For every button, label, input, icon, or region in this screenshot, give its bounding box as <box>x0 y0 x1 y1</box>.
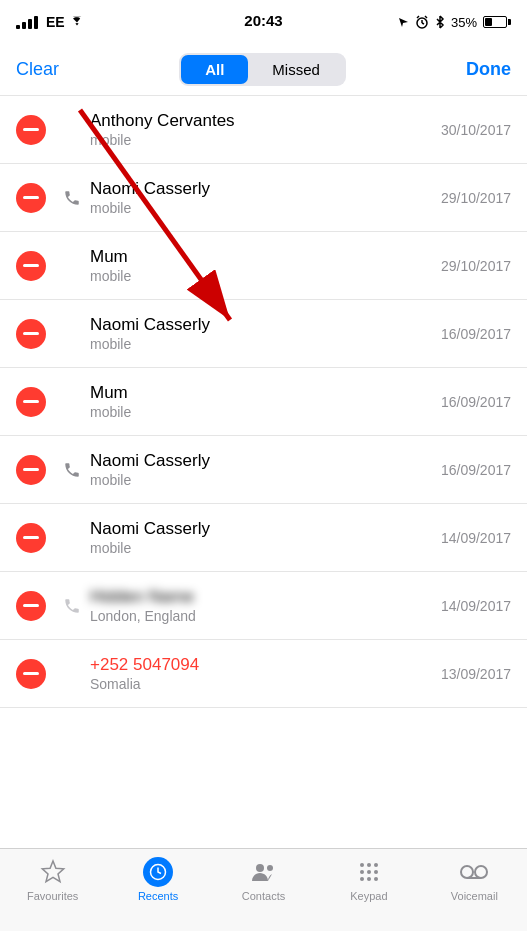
delete-button-5[interactable] <box>16 387 46 417</box>
minus-icon-4 <box>23 332 39 335</box>
star-icon <box>38 857 68 887</box>
signal-bars <box>16 16 38 29</box>
tab-keypad[interactable]: Keypad <box>316 857 421 902</box>
status-left: EE <box>16 14 85 30</box>
tab-voicemail[interactable]: Voicemail <box>422 857 527 902</box>
call-info-1: Anthony Cervantes mobile <box>90 111 433 148</box>
tab-contacts-label: Contacts <box>242 890 285 902</box>
call-type-5: mobile <box>90 404 433 420</box>
call-type-3: mobile <box>90 268 433 284</box>
voicemail-icon <box>459 857 489 887</box>
call-icon-area-6 <box>58 461 86 479</box>
call-item-6: Naomi Casserly mobile 16/09/2017 <box>0 436 527 504</box>
minus-icon-5 <box>23 400 39 403</box>
status-right: 35% <box>398 15 511 30</box>
call-item-7: Naomi Casserly mobile 14/09/2017 <box>0 504 527 572</box>
svg-point-14 <box>367 877 371 881</box>
tab-all[interactable]: All <box>181 55 248 84</box>
call-name-4: Naomi Casserly <box>90 315 433 335</box>
minus-icon-9 <box>23 672 39 675</box>
call-item-1: Anthony Cervantes mobile 30/10/2017 <box>0 96 527 164</box>
call-date-8: 14/09/2017 <box>441 598 511 614</box>
carrier-label: EE <box>46 14 65 30</box>
tab-voicemail-label: Voicemail <box>451 890 498 902</box>
phone-icon-6 <box>63 461 81 479</box>
tab-bar: Favourites Recents Contacts <box>0 848 527 931</box>
call-item-5: Mum mobile 16/09/2017 <box>0 368 527 436</box>
minus-icon-3 <box>23 264 39 267</box>
status-time: 20:43 <box>244 12 282 29</box>
call-type-6: mobile <box>90 472 433 488</box>
location-icon <box>398 17 409 28</box>
call-date-6: 16/09/2017 <box>441 462 511 478</box>
call-date-7: 14/09/2017 <box>441 530 511 546</box>
svg-point-15 <box>374 877 378 881</box>
nav-bar: Clear All Missed Done <box>0 44 527 96</box>
tab-contacts[interactable]: Contacts <box>211 857 316 902</box>
delete-button-9[interactable] <box>16 659 46 689</box>
call-info-6: Naomi Casserly mobile <box>90 451 433 488</box>
call-date-3: 29/10/2017 <box>441 258 511 274</box>
minus-icon-6 <box>23 468 39 471</box>
minus-icon-2 <box>23 196 39 199</box>
tab-recents[interactable]: Recents <box>105 857 210 902</box>
tab-favourites-label: Favourites <box>27 890 78 902</box>
call-info-9: +252 5047094 Somalia <box>90 655 433 692</box>
done-button[interactable]: Done <box>466 59 511 80</box>
call-info-5: Mum mobile <box>90 383 433 420</box>
svg-point-5 <box>256 864 264 872</box>
alarm-icon <box>415 15 429 29</box>
delete-button-1[interactable] <box>16 115 46 145</box>
call-name-9: +252 5047094 <box>90 655 433 675</box>
clear-button[interactable]: Clear <box>16 59 59 80</box>
bluetooth-icon <box>435 15 445 29</box>
call-info-8: Hidden Name London, England <box>90 587 433 624</box>
svg-point-10 <box>360 870 364 874</box>
call-date-9: 13/09/2017 <box>441 666 511 682</box>
svg-point-11 <box>367 870 371 874</box>
call-item-3: Mum mobile 29/10/2017 <box>0 232 527 300</box>
call-info-2: Naomi Casserly mobile <box>90 179 433 216</box>
svg-point-16 <box>461 866 473 878</box>
svg-point-8 <box>367 863 371 867</box>
tab-favourites[interactable]: Favourites <box>0 857 105 902</box>
call-type-9: Somalia <box>90 676 433 692</box>
delete-button-3[interactable] <box>16 251 46 281</box>
svg-point-13 <box>360 877 364 881</box>
call-item-8: Hidden Name London, England 14/09/2017 <box>0 572 527 640</box>
call-icon-area-8 <box>58 597 86 615</box>
call-list: Anthony Cervantes mobile 30/10/2017 Naom… <box>0 96 527 848</box>
call-date-2: 29/10/2017 <box>441 190 511 206</box>
call-item-2: Naomi Casserly mobile 29/10/2017 <box>0 164 527 232</box>
svg-point-6 <box>267 865 273 871</box>
svg-point-17 <box>475 866 487 878</box>
battery-percent: 35% <box>451 15 477 30</box>
call-type-7: mobile <box>90 540 433 556</box>
call-name-8: Hidden Name <box>90 587 433 607</box>
delete-button-8[interactable] <box>16 591 46 621</box>
tab-keypad-label: Keypad <box>350 890 387 902</box>
segmented-control: All Missed <box>179 53 346 86</box>
call-date-5: 16/09/2017 <box>441 394 511 410</box>
delete-button-6[interactable] <box>16 455 46 485</box>
phone-icon-8 <box>63 597 81 615</box>
status-bar: EE 20:43 35% <box>0 0 527 44</box>
delete-button-7[interactable] <box>16 523 46 553</box>
call-type-2: mobile <box>90 200 433 216</box>
call-info-7: Naomi Casserly mobile <box>90 519 433 556</box>
wifi-icon <box>69 16 85 28</box>
tab-missed[interactable]: Missed <box>248 55 344 84</box>
contacts-icon <box>249 857 279 887</box>
call-item-9: +252 5047094 Somalia 13/09/2017 <box>0 640 527 708</box>
call-info-3: Mum mobile <box>90 247 433 284</box>
delete-button-2[interactable] <box>16 183 46 213</box>
delete-button-4[interactable] <box>16 319 46 349</box>
call-type-8: London, England <box>90 608 433 624</box>
call-name-3: Mum <box>90 247 433 267</box>
call-icon-area-2 <box>58 189 86 207</box>
minus-icon-7 <box>23 536 39 539</box>
svg-point-9 <box>374 863 378 867</box>
minus-icon-1 <box>23 128 39 131</box>
call-name-1: Anthony Cervantes <box>90 111 433 131</box>
svg-marker-3 <box>42 861 63 882</box>
